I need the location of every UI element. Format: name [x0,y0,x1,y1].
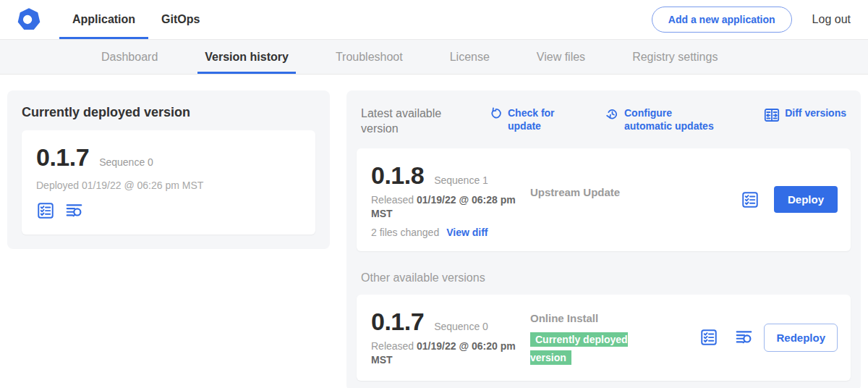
other-released-timestamp: Released 01/19/22 @ 06:20 pm MST [371,340,519,368]
diff-versions-icon [763,106,780,124]
subnav-item-version-history[interactable]: Version history [197,40,296,74]
released-label: Released [371,194,414,206]
deployed-version-number: 0.1.7 [36,143,89,172]
latest-source-label: Upstream Update [530,186,741,198]
other-source-label: Online Install [530,312,699,324]
version-config-checklist-icon[interactable] [741,190,760,209]
latest-version-number: 0.1.8 [371,161,424,190]
main-content: Currently deployed version 0.1.7 Sequenc… [0,75,868,388]
version-config-checklist-icon[interactable] [699,328,718,347]
currently-deployed-panel: Currently deployed version 0.1.7 Sequenc… [7,90,330,249]
view-diff-link[interactable]: View diff [446,227,488,238]
latest-sequence-label: Sequence 1 [434,174,488,186]
currently-deployed-badge: Currently deployed version [530,332,628,366]
subnav-item-view-files[interactable]: View files [529,40,592,74]
tab-gitops-label: GitOps [161,13,200,26]
header-tabs: Application GitOps [59,0,213,39]
logout-button[interactable]: Log out [812,13,854,26]
configure-automatic-updates-label: Configure automatic updates [624,106,720,132]
subnav-dashboard-label: Dashboard [101,51,158,64]
header-right: Add a new application Log out [652,0,854,39]
app-header: Application GitOps Add a new application… [0,0,868,40]
replicated-kots-logo-icon [17,0,41,39]
diff-versions-label: Diff versions [785,106,846,120]
diff-versions-button[interactable]: Diff versions [763,106,846,124]
deployed-timestamp: Deployed 01/19/22 @ 06:26 pm MST [36,180,301,191]
version-card-latest: 0.1.8 Sequence 1 Released 01/19/22 @ 06:… [357,148,851,251]
subnav-item-troubleshoot[interactable]: Troubleshoot [328,40,410,74]
available-versions-header: Latest available version Check for updat… [357,101,851,148]
deploy-logs-icon[interactable] [734,328,754,347]
version-config-checklist-icon[interactable] [36,201,55,220]
tab-application-label: Application [72,13,135,26]
subnav-item-registry-settings[interactable]: Registry settings [625,40,725,74]
automatic-updates-schedule-icon [605,106,620,122]
currently-deployed-title: Currently deployed version [22,105,315,120]
released-label: Released [371,340,414,352]
subnav-version-history-label: Version history [205,51,289,64]
other-sequence-label: Sequence 0 [434,321,488,332]
deploy-logs-icon[interactable] [64,201,84,220]
subnav-item-license[interactable]: License [443,40,497,74]
check-update-refresh-icon [488,106,503,122]
latest-available-title: Latest available version [361,106,452,137]
currently-deployed-badge-wrap: Currently deployed version [530,330,640,367]
files-changed-label: 2 files changed [371,227,439,238]
configure-automatic-updates-button[interactable]: Configure automatic updates [605,106,720,132]
other-available-versions-title: Other available versions [361,271,846,284]
app-subnav: Dashboard Version history Troubleshoot L… [0,40,868,75]
version-card-other: 0.1.7 Sequence 0 Released 01/19/22 @ 06:… [357,295,851,381]
add-new-application-button[interactable]: Add a new application [652,7,792,33]
other-version-number: 0.1.7 [371,308,424,336]
latest-released-timestamp: Released 01/19/22 @ 06:28 pm MST [371,193,519,222]
check-for-update-label: Check for update [508,106,556,132]
subnav-troubleshoot-label: Troubleshoot [336,51,403,64]
subnav-license-label: License [450,51,490,64]
check-for-update-button[interactable]: Check for update [488,106,556,132]
redeploy-button[interactable]: Redeploy [764,324,838,352]
subnav-item-dashboard[interactable]: Dashboard [94,40,165,74]
version-history-panel: Latest available version Check for updat… [346,90,861,388]
tab-application[interactable]: Application [59,0,148,39]
deploy-button[interactable]: Deploy [774,186,838,213]
deployed-sequence-label: Sequence 0 [99,156,153,168]
subnav-registry-settings-label: Registry settings [632,51,718,64]
deployed-version-card: 0.1.7 Sequence 0 Deployed 01/19/22 @ 06:… [22,130,315,235]
subnav-view-files-label: View files [537,51,585,64]
tab-gitops[interactable]: GitOps [148,0,213,39]
